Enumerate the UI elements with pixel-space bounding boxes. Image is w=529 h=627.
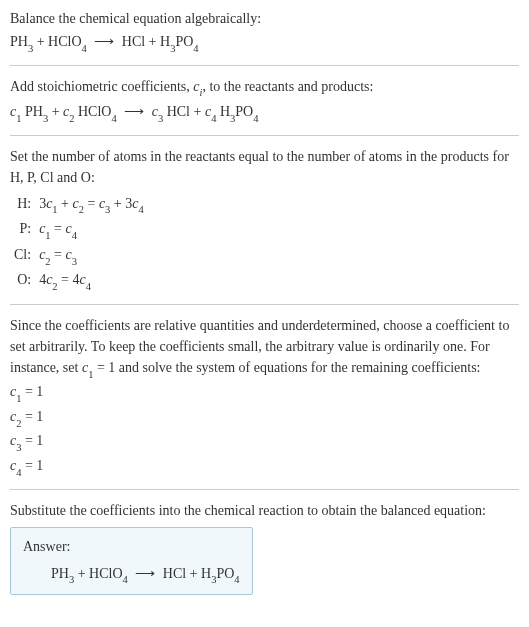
atom-row-p: P: c1 = c4 [10, 217, 148, 243]
eq-f: c [66, 247, 72, 262]
eq-e: = [51, 247, 66, 262]
ans-plus: + [74, 566, 89, 581]
r1: PH3 [25, 104, 48, 119]
choose-after: = 1 and solve the system of equations fo… [93, 360, 480, 375]
intro-equation: PH3 + HClO4 ⟶ HCl + H3PO4 [10, 31, 519, 55]
eq-b-sub: 1 [45, 230, 50, 241]
p1: HCl [167, 104, 190, 119]
c-val: = 1 [21, 384, 43, 399]
reactant-1: PH [10, 34, 28, 49]
atom-label: Cl: [10, 243, 35, 269]
atom-row-cl: Cl: c2 = c3 [10, 243, 148, 269]
eq-f-sub: 3 [72, 256, 77, 267]
eq-f-sub: 4 [86, 281, 91, 292]
result-2: c2 = 1 [10, 406, 519, 430]
p1-text: HCl [167, 104, 190, 119]
c3-sub: 3 [158, 113, 163, 124]
reactant-1-sub: 3 [28, 43, 33, 54]
product-2a: H [160, 34, 170, 49]
p2b-text: PO [235, 104, 253, 119]
atom-eq: c2 = c3 [35, 243, 148, 269]
atom-eq: 4c2 = 4c4 [35, 268, 148, 294]
stoich-equation: c1 PH3 + c2 HClO4 ⟶ c3 HCl + c4 H3PO4 [10, 101, 519, 125]
atoms-intro: Set the number of atoms in the reactants… [10, 146, 519, 188]
answer-equation: PH3 + HClO4 ⟶ HCl + H3PO4 [23, 563, 240, 587]
plus: + [37, 34, 48, 49]
reactant-2-sub: 4 [82, 43, 87, 54]
result-1: c1 = 1 [10, 381, 519, 405]
eq-b-sub: 2 [52, 281, 57, 292]
c-sub: 3 [16, 442, 21, 453]
product-2b: PO [175, 34, 193, 49]
c3: c [152, 104, 158, 119]
eq-f-sub: 3 [105, 204, 110, 215]
atom-eq: c1 = c4 [35, 217, 148, 243]
intro-text: Balance the chemical equation algebraica… [10, 8, 519, 29]
substitute-text: Substitute the coefficients into the che… [10, 500, 519, 521]
stoich-text-before: Add stoichiometric coefficients, [10, 79, 193, 94]
ans-p1: HCl [163, 566, 186, 581]
divider [10, 304, 519, 305]
intro-section: Balance the chemical equation algebraica… [10, 8, 519, 55]
product-2-sub2: 4 [193, 43, 198, 54]
c-sub: 2 [16, 418, 21, 429]
plus: + [194, 104, 205, 119]
atom-eq: 3c1 + c2 = c3 + 3c4 [35, 192, 148, 218]
ci-sub: i [199, 87, 202, 98]
stoich-section: Add stoichiometric coefficients, ci, to … [10, 76, 519, 125]
eq-f-sub: 4 [72, 230, 77, 241]
product-2-sub1: 3 [170, 43, 175, 54]
result-4: c4 = 1 [10, 455, 519, 479]
c-val: = 1 [21, 458, 43, 473]
choose-c1-sub: 1 [88, 369, 93, 380]
r1-sub: 3 [43, 113, 48, 124]
substitute-section: Substitute the coefficients into the che… [10, 500, 519, 596]
r2-sub: 4 [111, 113, 116, 124]
p2: H3PO4 [220, 104, 259, 119]
result-3: c3 = 1 [10, 430, 519, 454]
eq-f: c [66, 221, 72, 236]
arrow-icon: ⟶ [124, 104, 144, 119]
ans-plus: + [186, 566, 201, 581]
atoms-table: H: 3c1 + c2 = c3 + 3c4 P: c1 = c4 Cl: c2… [10, 192, 148, 294]
stoich-text: Add stoichiometric coefficients, ci, to … [10, 76, 519, 100]
answer-box: Answer: PH3 + HClO4 ⟶ HCl + H3PO4 [10, 527, 253, 596]
r1-text: PH [25, 104, 43, 119]
p2b-sub: 4 [253, 113, 258, 124]
c-val: = 1 [21, 409, 43, 424]
eq-e: = 4 [58, 272, 80, 287]
reactant-2: HClO [48, 34, 81, 49]
r2: HClO4 [78, 104, 117, 119]
atoms-section: Set the number of atoms in the reactants… [10, 146, 519, 294]
atom-label: P: [10, 217, 35, 243]
eq-e: = [51, 221, 66, 236]
eq-b-sub: 2 [45, 256, 50, 267]
atom-row-h: H: 3c1 + c2 = c3 + 3c4 [10, 192, 148, 218]
divider [10, 489, 519, 490]
arrow-icon: ⟶ [135, 566, 155, 581]
c-val: = 1 [21, 433, 43, 448]
p2a-text: H [220, 104, 230, 119]
divider [10, 65, 519, 66]
eq-d: c [73, 196, 79, 211]
c2-sub: 2 [69, 113, 74, 124]
ans-p2a: H [201, 566, 211, 581]
plus: + [149, 34, 160, 49]
eq-b-sub: 1 [52, 204, 57, 215]
choose-section: Since the coefficients are relative quan… [10, 315, 519, 479]
c4-sub: 4 [211, 113, 216, 124]
atom-label: O: [10, 268, 35, 294]
ans-r1-sub: 3 [69, 574, 74, 585]
arrow-icon: ⟶ [94, 34, 114, 49]
ans-p2b-sub: 4 [234, 574, 239, 585]
ans-r2-sub: 4 [123, 574, 128, 585]
eq-e: = [84, 196, 99, 211]
atom-row-o: O: 4c2 = 4c4 [10, 268, 148, 294]
ans-p2b: PO [216, 566, 234, 581]
plus: + [52, 104, 63, 119]
choose-text: Since the coefficients are relative quan… [10, 315, 519, 381]
eq-g: + 3 [110, 196, 132, 211]
ans-r1: PH [51, 566, 69, 581]
atom-label: H: [10, 192, 35, 218]
ans-r2: HClO [89, 566, 122, 581]
